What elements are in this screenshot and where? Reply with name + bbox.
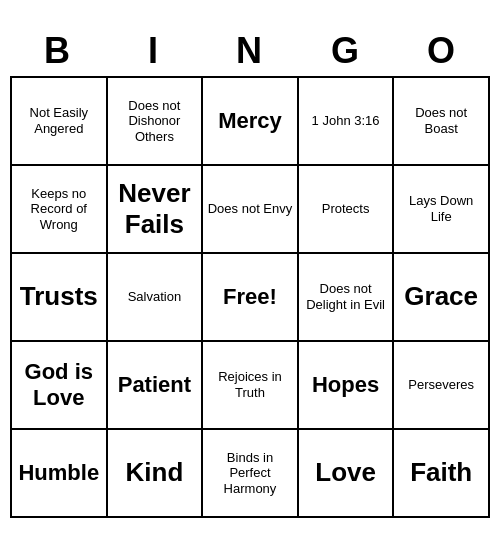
cell-r0-c4[interactable]: Does not Boast bbox=[394, 78, 490, 166]
cell-r0-c2[interactable]: Mercy bbox=[203, 78, 299, 166]
cell-r0-c1[interactable]: Does not Dishonor Others bbox=[108, 78, 204, 166]
bingo-header: B I N G O bbox=[10, 26, 490, 76]
cell-r1-c1[interactable]: Never Fails bbox=[108, 166, 204, 254]
cell-r4-c3[interactable]: Love bbox=[299, 430, 395, 518]
cell-r2-c2[interactable]: Free! bbox=[203, 254, 299, 342]
cell-r1-c2[interactable]: Does not Envy bbox=[203, 166, 299, 254]
cell-r4-c0[interactable]: Humble bbox=[12, 430, 108, 518]
header-g: G bbox=[298, 26, 394, 76]
cell-r2-c4[interactable]: Grace bbox=[394, 254, 490, 342]
cell-r4-c4[interactable]: Faith bbox=[394, 430, 490, 518]
cell-r3-c0[interactable]: God is Love bbox=[12, 342, 108, 430]
cell-r4-c1[interactable]: Kind bbox=[108, 430, 204, 518]
cell-r2-c1[interactable]: Salvation bbox=[108, 254, 204, 342]
cell-r1-c0[interactable]: Keeps no Record of Wrong bbox=[12, 166, 108, 254]
cell-r3-c3[interactable]: Hopes bbox=[299, 342, 395, 430]
header-i: I bbox=[106, 26, 202, 76]
cell-r4-c2[interactable]: Binds in Perfect Harmony bbox=[203, 430, 299, 518]
cell-r0-c0[interactable]: Not Easily Angered bbox=[12, 78, 108, 166]
cell-r3-c4[interactable]: Perseveres bbox=[394, 342, 490, 430]
cell-r3-c1[interactable]: Patient bbox=[108, 342, 204, 430]
cell-r3-c2[interactable]: Rejoices in Truth bbox=[203, 342, 299, 430]
cell-r2-c3[interactable]: Does not Delight in Evil bbox=[299, 254, 395, 342]
bingo-grid: Not Easily AngeredDoes not Dishonor Othe… bbox=[10, 76, 490, 518]
header-b: B bbox=[10, 26, 106, 76]
cell-r1-c3[interactable]: Protects bbox=[299, 166, 395, 254]
header-n: N bbox=[202, 26, 298, 76]
bingo-card: B I N G O Not Easily AngeredDoes not Dis… bbox=[10, 26, 490, 518]
header-o: O bbox=[394, 26, 490, 76]
cell-r1-c4[interactable]: Lays Down Life bbox=[394, 166, 490, 254]
cell-r0-c3[interactable]: 1 John 3:16 bbox=[299, 78, 395, 166]
cell-r2-c0[interactable]: Trusts bbox=[12, 254, 108, 342]
